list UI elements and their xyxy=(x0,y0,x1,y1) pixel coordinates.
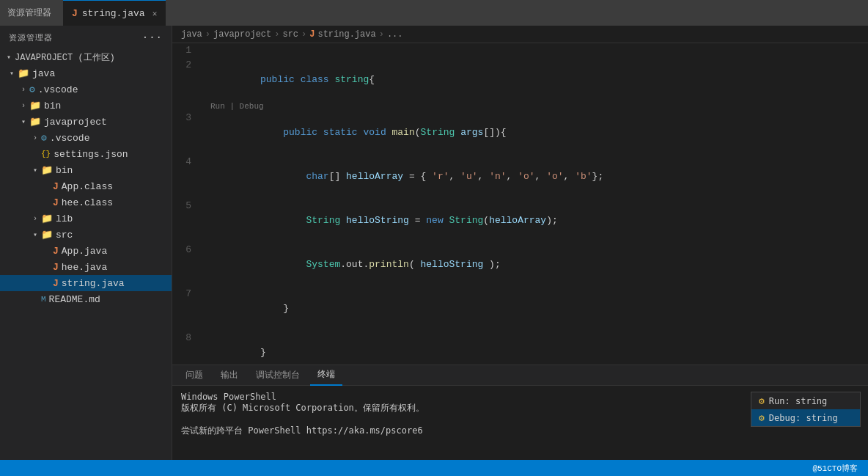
sidebar-item-hee-class[interactable]: › J hee.class xyxy=(0,194,172,210)
src-folder-icon: 📁 xyxy=(41,229,53,241)
string-java-icon: J xyxy=(53,278,59,289)
code-line-8: 8 } xyxy=(172,331,868,365)
sidebar-item-string-java-label: string.java xyxy=(62,278,125,289)
sidebar-item-hee-java-label: hee.java xyxy=(62,262,107,273)
lib-folder-icon: 📁 xyxy=(41,213,53,224)
sidebar-item-lib[interactable]: › 📁 lib xyxy=(0,210,172,227)
sidebar-title: 资源管理器 xyxy=(7,7,51,19)
run-context-menu: ⚙ Run: string ⚙ Debug: string xyxy=(751,392,861,427)
sidebar-item-settings-json[interactable]: › {} settings.json xyxy=(0,146,172,162)
bin1-folder-icon: 📁 xyxy=(29,100,41,111)
line-num-4: 4 xyxy=(172,155,203,169)
sidebar-item-app-java-label: App.java xyxy=(62,246,107,257)
sidebar-item-app-java[interactable]: › J App.java xyxy=(0,243,172,259)
code-line-7: 7 } xyxy=(172,287,868,331)
line-num-1: 1 xyxy=(172,43,203,58)
javaproject-folder-icon: 📁 xyxy=(29,116,41,128)
vscode2-arrow-icon: › xyxy=(29,134,41,142)
readme-md-icon: M xyxy=(41,295,46,304)
line-num-7: 7 xyxy=(172,287,203,301)
vscode1-icon: ⚙ xyxy=(29,84,35,95)
breadcrumb: java › javaproject › src › J string.java… xyxy=(172,26,868,43)
breadcrumb-sep1: › xyxy=(205,29,210,40)
sidebar-item-vscode1[interactable]: › ⚙ .vscode xyxy=(0,81,172,98)
code-line-1: 1 xyxy=(172,43,868,58)
panel-tab-output[interactable]: 输出 xyxy=(213,365,246,386)
sidebar-item-app-class[interactable]: › J App.class xyxy=(0,178,172,194)
app-java-icon: J xyxy=(53,246,59,257)
breadcrumb-javaproject: javaproject xyxy=(213,29,271,40)
sidebar-item-settings-json-label: settings.json xyxy=(54,149,128,160)
panel-tabs: 问题 输出 调试控制台 终端 xyxy=(172,365,868,386)
line-content-6: System.out.println( helloString ); xyxy=(203,243,868,287)
sidebar-item-bin2[interactable]: ▾ 📁 bin xyxy=(0,162,172,178)
panel-tab-terminal[interactable]: 终端 xyxy=(310,365,342,386)
status-bar: @51CTO博客 xyxy=(0,460,868,476)
code-editor[interactable]: 1 2 public class string{ Run | Debug 3 p… xyxy=(172,43,868,365)
panel-tab-problems[interactable]: 问题 xyxy=(178,365,210,386)
line-content-5: String helloString = new String(helloArr… xyxy=(203,199,868,243)
code-line-2: 2 public class string{ xyxy=(172,58,868,102)
sidebar-item-readme-md-label: README.md xyxy=(49,294,100,305)
sidebar-item-src[interactable]: ▾ 📁 src xyxy=(0,227,172,243)
editor-tab-string-java[interactable]: J string.java ✕ xyxy=(63,0,166,26)
tab-java-icon: J xyxy=(72,8,78,19)
sidebar-project-root[interactable]: ▾ JAVAPROJECT (工作区) xyxy=(0,49,172,65)
sidebar-item-bin1-label: bin xyxy=(44,100,61,111)
sidebar-item-vscode2[interactable]: › ⚙ .vscode xyxy=(0,130,172,146)
line-num-3: 3 xyxy=(172,111,203,125)
project-label: JAVAPROJECT (工作区) xyxy=(15,51,115,64)
sidebar-header: 资源管理器 ··· xyxy=(0,26,172,49)
run-string-item[interactable]: ⚙ Run: string xyxy=(751,392,860,409)
panel-tab-problems-label: 问题 xyxy=(185,369,203,381)
bottom-panel: 问题 输出 调试控制台 终端 Windows PowerShell 版权所有 (… xyxy=(172,365,868,460)
terminal-content[interactable]: Windows PowerShell 版权所有 (C) Microsoft Co… xyxy=(172,386,868,460)
run-debug-hint-inline[interactable]: Run | Debug xyxy=(172,102,868,111)
line-num-2: 2 xyxy=(172,58,203,73)
code-line-3: 3 public static void main(String args[])… xyxy=(172,111,868,155)
bin2-folder-icon: 📁 xyxy=(41,164,53,176)
vscode1-arrow-icon: › xyxy=(18,86,29,94)
src-arrow-icon: ▾ xyxy=(29,230,41,239)
sidebar-item-src-label: src xyxy=(56,230,73,241)
bin1-arrow-icon: › xyxy=(18,102,29,110)
run-string-label: Run: string xyxy=(769,396,827,406)
panel-tab-terminal-label: 终端 xyxy=(317,368,335,381)
javaproject-arrow-icon: ▾ xyxy=(18,117,29,126)
line-num-6: 6 xyxy=(172,243,203,257)
breadcrumb-sep4: › xyxy=(379,29,384,40)
sidebar-item-bin1[interactable]: › 📁 bin xyxy=(0,98,172,114)
line-content-7: } xyxy=(203,287,868,331)
sidebar-item-app-class-label: App.class xyxy=(62,181,113,192)
title-bar: 资源管理器 J string.java ✕ xyxy=(0,0,868,26)
breadcrumb-java: java xyxy=(181,29,202,40)
debug-icon: ⚙ xyxy=(759,412,765,423)
breadcrumb-file: string.java xyxy=(317,29,375,40)
sidebar-item-bin2-label: bin xyxy=(56,165,73,176)
java-folder-icon: 📁 xyxy=(18,67,29,79)
sidebar-item-string-java[interactable]: › J string.java xyxy=(0,275,172,291)
line-num-5: 5 xyxy=(172,199,203,213)
tab-close-button[interactable]: ✕ xyxy=(152,9,158,18)
debug-string-item[interactable]: ⚙ Debug: string xyxy=(751,409,860,426)
sidebar-item-java[interactable]: ▾ 📁 java xyxy=(0,65,172,81)
debug-string-label: Debug: string xyxy=(769,413,838,423)
line-content-2: public class string{ xyxy=(203,58,868,102)
panel-tab-debug-console[interactable]: 调试控制台 xyxy=(249,365,307,386)
breadcrumb-sep3: › xyxy=(301,29,306,40)
java-arrow-icon: ▾ xyxy=(6,69,18,78)
project-arrow-icon: ▾ xyxy=(3,53,15,62)
sidebar-item-vscode2-label: .vscode xyxy=(50,133,90,144)
hee-class-icon: J xyxy=(53,197,59,208)
sidebar-item-javaproject[interactable]: ▾ 📁 javaproject xyxy=(0,114,172,130)
vscode2-icon: ⚙ xyxy=(41,132,47,144)
main-layout: 资源管理器 ··· ▾ JAVAPROJECT (工作区) ▾ 📁 java ›… xyxy=(0,26,868,460)
sidebar-item-hee-java[interactable]: › J hee.java xyxy=(0,259,172,275)
breadcrumb-j-icon: J xyxy=(309,29,315,40)
sidebar-more-icon[interactable]: ··· xyxy=(142,32,163,43)
sidebar-item-vscode1-label: .vscode xyxy=(38,84,78,95)
app-class-icon: J xyxy=(53,181,59,192)
sidebar-header-actions[interactable]: ··· xyxy=(142,32,163,43)
sidebar-item-readme-md[interactable]: › M README.md xyxy=(0,291,172,307)
line-content-8: } xyxy=(203,331,868,365)
